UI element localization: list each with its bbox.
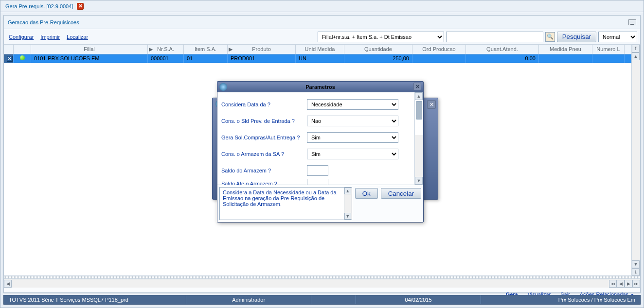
- scroll-left-icon[interactable]: ◀: [617, 280, 625, 288]
- param-input-considera-data[interactable]: Necessidade: [307, 99, 398, 110]
- imprimir-link[interactable]: Imprimir: [40, 34, 60, 40]
- col-blank2: [14, 45, 31, 54]
- status-blank: [311, 295, 356, 304]
- dialog-close-back-icon[interactable]: ✕: [427, 100, 436, 109]
- col-filial[interactable]: Filial: [31, 45, 148, 54]
- param-row-5: Saldo Ate o Armazem ?: [221, 179, 412, 185]
- scroll-down-icon[interactable]: ▼: [344, 213, 351, 220]
- dialog-logo-icon: [219, 83, 227, 91]
- param-input-sld-prev[interactable]: Nao: [307, 116, 398, 126]
- param-label: Saldo Ate o Armazem ?: [221, 181, 307, 185]
- help-text: Considera a Data da Necessidade ou a Dat…: [223, 189, 337, 207]
- grid-vscroll[interactable]: ⤒ ▲ ▼ ⤓: [631, 45, 640, 276]
- scroll-bottom-icon[interactable]: ⤓: [632, 268, 640, 276]
- scroll-left2-icon[interactable]: ⏮: [609, 280, 617, 288]
- cell-produto: PROD001: [228, 54, 296, 63]
- status-date: 04/02/2015: [356, 295, 481, 304]
- cell-um: UN: [296, 54, 344, 63]
- col-itemsa[interactable]: Item S.A.: [184, 45, 228, 54]
- col-nrsa[interactable]: ▶Nr.S.A.: [148, 45, 184, 54]
- tab[interactable]: Gera Pre-requis. [02.9.0004] ✕: [3, 2, 84, 11]
- tab-bar: Gera Pre-requis. [02.9.0004] ✕: [0, 0, 644, 12]
- configurar-link[interactable]: Configurar: [9, 34, 34, 40]
- localizar-link[interactable]: Localizar: [67, 34, 88, 40]
- grid-hscroll[interactable]: ◀ ⏮ ◀ ▶ ⏭: [4, 279, 640, 288]
- param-label: Cons. o Sld Prev. de Entrada ?: [221, 118, 307, 124]
- search-input[interactable]: [446, 32, 543, 42]
- scroll-up-icon[interactable]: ▲: [632, 52, 640, 60]
- tab-title: Gera Pre-requis. [02.9.0004]: [3, 2, 75, 11]
- cell-quantatend: 0,00: [466, 54, 539, 63]
- scroll-down-icon[interactable]: ▼: [632, 260, 640, 268]
- cell-medpneu: [539, 54, 592, 63]
- pesquisar-button[interactable]: Pesquisar: [557, 32, 596, 42]
- row-status: [14, 54, 31, 63]
- col-quantatend[interactable]: Quant.Atend.: [466, 45, 539, 54]
- status-dot-icon: [20, 55, 25, 60]
- col-medidapneu[interactable]: Medida Pneu: [539, 45, 592, 54]
- scroll-thumb[interactable]: [416, 101, 422, 120]
- cell-quantidade: 250,00: [344, 54, 412, 63]
- panel-title: Geracao das Pre-Requisicoes: [8, 19, 79, 25]
- param-row-1: Cons. o Sld Prev. de Entrada ? Nao: [221, 113, 412, 129]
- param-label: Considera Data da ?: [221, 102, 307, 107]
- panel-header: Geracao das Pre-Requisicoes: [4, 16, 640, 29]
- col-um[interactable]: Unid Medida: [296, 45, 344, 54]
- dialog-body: Considera Data da ? Necessidade Cons. o …: [217, 92, 423, 185]
- param-row-2: Gera Sol.Compras/Aut.Entrega ? Sim: [221, 129, 412, 146]
- param-label: Cons. o Armazem da SA ?: [221, 151, 307, 157]
- status-company: Prx Solucoes / Prx Solucoes Em: [481, 295, 640, 304]
- minimize-icon[interactable]: [628, 19, 636, 25]
- scroll-right2-icon[interactable]: ⏭: [632, 280, 640, 288]
- status-user: Administrador: [186, 295, 311, 304]
- param-row-4: Saldo do Armazem ?: [221, 162, 412, 179]
- cell-item: 01: [184, 54, 228, 63]
- param-row-0: Considera Data da ? Necessidade: [221, 96, 412, 113]
- table-row[interactable]: ✕ 0101-PRX SOLUCOES EM 000001 01 PROD001…: [4, 54, 640, 63]
- param-list: Considera Data da ? Necessidade Cons. o …: [217, 92, 414, 185]
- param-label: Saldo do Armazem ?: [221, 168, 307, 173]
- col-blank1: [4, 45, 14, 54]
- status-env: TOTVS 2011 Série T Serviços MSSQL7 P118_…: [4, 295, 186, 304]
- help-scrollbar[interactable]: ▲ ▼: [344, 188, 352, 220]
- status-bar: TOTVS 2011 Série T Serviços MSSQL7 P118_…: [3, 295, 641, 305]
- grid-header: Filial ▶Nr.S.A. Item S.A. ▶Produto Unid …: [4, 45, 640, 54]
- cell-numerol: [592, 54, 625, 63]
- help-text-box: Considera a Data da Necessidade ou a Dat…: [219, 187, 352, 220]
- toolbar: Configurar Imprimir Localizar Filial+nr.…: [4, 29, 640, 45]
- row-marker[interactable]: ✕: [4, 54, 14, 63]
- close-icon[interactable]: ✕: [77, 3, 84, 10]
- search-icon[interactable]: 🔍: [545, 32, 555, 42]
- mode-select[interactable]: Normal: [598, 32, 637, 42]
- param-label: Gera Sol.Compras/Aut.Entrega ?: [221, 135, 307, 140]
- close-icon[interactable]: ✕: [413, 83, 421, 90]
- col-produto[interactable]: ▶Produto: [228, 45, 296, 54]
- col-numerol[interactable]: Numero L: [592, 45, 625, 54]
- ok-button[interactable]: Ok: [355, 188, 378, 199]
- scroll-up-icon[interactable]: ▲: [344, 188, 351, 194]
- scroll-first-icon[interactable]: ◀: [4, 280, 12, 288]
- parametros-dialog: Parametros ✕ Considera Data da ? Necessi…: [217, 81, 424, 222]
- col-ordprod[interactable]: Ord Producao: [412, 45, 466, 54]
- scroll-right-icon[interactable]: ▶: [625, 280, 632, 288]
- cancelar-button[interactable]: Cancelar: [381, 188, 421, 199]
- scroll-top-icon[interactable]: ⤒: [632, 45, 640, 52]
- param-input-armazem-sa[interactable]: Sim: [307, 149, 398, 159]
- cell-ordprod: [412, 54, 466, 63]
- param-input-gera-sol[interactable]: Sim: [307, 132, 398, 143]
- scroll-down-icon[interactable]: ▼: [415, 177, 423, 185]
- param-input-saldo-armazem[interactable]: [307, 165, 328, 176]
- scroll-up-icon[interactable]: ▲: [415, 92, 423, 100]
- cell-filial: 0101-PRX SOLUCOES EM: [31, 54, 148, 63]
- filter-select[interactable]: Filial+nr.s.a. + Item S.a. + Dt Emissao: [318, 32, 444, 42]
- col-quantidade[interactable]: Quantidade: [344, 45, 412, 54]
- param-scrollbar[interactable]: ▲ ≡ ▼: [414, 92, 423, 185]
- dialog-footer: Considera a Data da Necessidade ou a Dat…: [217, 185, 423, 222]
- dialog-title: Parametros: [305, 84, 335, 90]
- param-input-saldo-ate[interactable]: [307, 179, 328, 185]
- param-row-3: Cons. o Armazem da SA ? Sim: [221, 146, 412, 162]
- cell-nrsa: 000001: [148, 54, 184, 63]
- dialog-title-bar[interactable]: Parametros ✕: [217, 82, 423, 92]
